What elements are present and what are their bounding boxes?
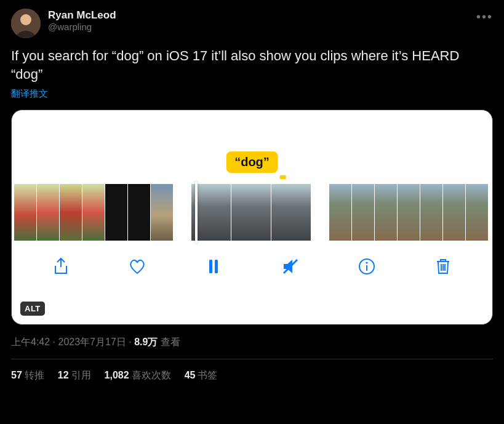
stat-quotes[interactable]: 12引用 [58, 369, 91, 382]
thumbnail [375, 184, 397, 241]
tweet-header: Ryan McLeod @warpling ••• [11, 9, 493, 38]
stat-likes[interactable]: 1,082喜欢次数 [105, 369, 171, 382]
clip-group-2[interactable] [191, 184, 311, 241]
svg-rect-3 [215, 260, 218, 273]
engagement-stats: 57转推 12引用 1,082喜欢次数 45书签 [11, 359, 493, 382]
thumbnail [37, 184, 59, 241]
thumbnail [466, 184, 488, 241]
thumbnail [352, 184, 374, 241]
info-icon [357, 257, 377, 276]
stat-bookmarks[interactable]: 45书签 [185, 369, 218, 382]
thumbnail [151, 184, 173, 241]
svg-point-1 [20, 14, 31, 25]
thumbnail [128, 184, 150, 241]
svg-point-6 [366, 262, 367, 264]
views-label: 查看 [158, 337, 180, 347]
share-icon [51, 257, 71, 276]
mute-button[interactable] [279, 255, 302, 278]
alt-badge[interactable]: ALT [20, 302, 45, 316]
thumbnail [14, 184, 36, 241]
thumbnail [443, 184, 465, 241]
info-button[interactable] [356, 255, 378, 278]
display-name[interactable]: Ryan McLeod [48, 9, 116, 22]
thumbnail [231, 184, 271, 241]
heart-icon [127, 257, 147, 276]
video-timeline[interactable] [12, 184, 492, 241]
search-tooltip: “dog” [226, 151, 278, 179]
media-toolbar [12, 241, 492, 289]
views-count: 8.9万 [134, 337, 158, 347]
tweet-meta: 上午4:42 · 2023年7月17日 · 8.9万 查看 [11, 336, 493, 349]
thumbnail [420, 184, 442, 241]
translate-link[interactable]: 翻译推文 [11, 88, 493, 100]
pause-icon [204, 257, 223, 276]
thumbnail-playhead[interactable] [191, 184, 231, 241]
svg-rect-2 [209, 260, 212, 273]
avatar[interactable] [11, 9, 41, 38]
mute-icon [281, 257, 300, 276]
thumbnail [271, 184, 311, 241]
thumbnail [105, 184, 127, 241]
thumbnail [82, 184, 105, 241]
like-button[interactable] [126, 255, 148, 278]
more-options-icon[interactable]: ••• [476, 10, 493, 24]
tweet-time[interactable]: 上午4:42 [11, 337, 50, 347]
thumbnail [329, 184, 351, 241]
tooltip-pointer [280, 175, 286, 179]
pause-button[interactable] [202, 255, 225, 278]
clip-group-3[interactable] [329, 184, 488, 241]
tooltip-label: “dog” [226, 151, 278, 173]
tweet-container: Ryan McLeod @warpling ••• If you search … [0, 0, 504, 382]
media-attachment[interactable]: “dog” [11, 110, 493, 325]
clip-group-1[interactable] [14, 184, 173, 241]
user-block: Ryan McLeod @warpling [48, 9, 116, 33]
user-handle[interactable]: @warpling [48, 22, 116, 33]
tweet-date[interactable]: 2023年7月17日 [58, 337, 126, 347]
share-button[interactable] [50, 255, 72, 278]
thumbnail [60, 184, 82, 241]
media-top-area: “dog” [12, 110, 492, 184]
tweet-text: If you search for “dog” on iOS 17 it’ll … [11, 47, 493, 83]
delete-button[interactable] [432, 255, 454, 278]
stat-retweets[interactable]: 57转推 [11, 369, 44, 382]
trash-icon [433, 257, 453, 276]
thumbnail [398, 184, 420, 241]
